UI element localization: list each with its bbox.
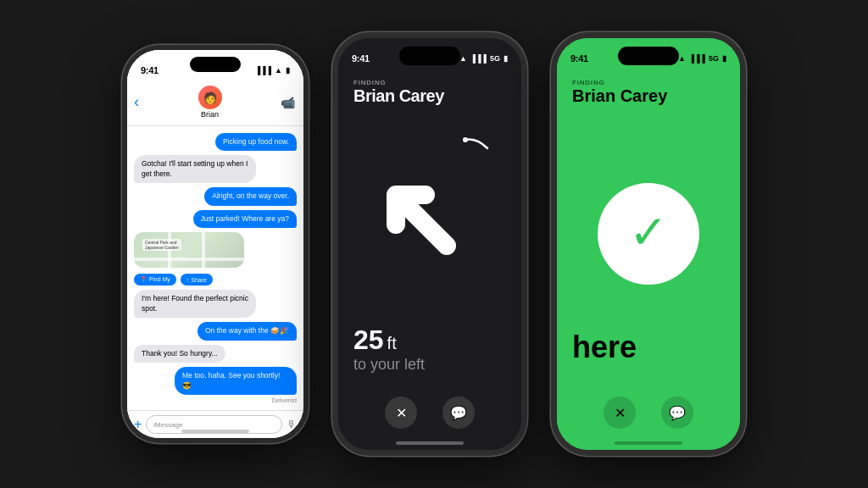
person-name-right: Brian Carey [572, 86, 667, 106]
message-icon-r: 💬 [669, 405, 686, 421]
finding-buttons-center: ✕ 💬 [338, 396, 521, 429]
message-bubble-out-5: Me too, haha. See you shortly! 😎 [175, 367, 297, 395]
message-bubble-in-3: Thank you! So hungry... [134, 345, 225, 363]
wifi-icon: ▲ [275, 66, 282, 75]
message-button-center[interactable]: 💬 [442, 396, 475, 429]
find-my-button[interactable]: 📍 Find My [134, 274, 176, 286]
battery-icon-c: ▮ [504, 54, 508, 63]
contact-name: Brian [201, 110, 219, 119]
distance-unit: ft [387, 334, 397, 353]
dynamic-island-left [190, 57, 241, 72]
precision-arc [461, 136, 492, 166]
home-indicator-right [615, 441, 682, 445]
status-icons-left: ▐▐▐ ▲ ▮ [255, 66, 290, 75]
direction-arrow [338, 131, 521, 309]
status-time-center: 9:41 [352, 53, 370, 64]
status-time-left: 9:41 [141, 65, 159, 75]
finding-screen-dark: FINDING Brian Carey 25 ft to your left [338, 38, 521, 450]
signal-icon: ▐▐▐ [255, 66, 271, 75]
phone-finding-searching: 9:41 ▲ ▐▐▐ 5G ▮ FINDING Brian Carey 2 [332, 32, 527, 456]
cancel-button-center[interactable]: ✕ [385, 396, 417, 429]
checkmark-icon: ✓ [629, 209, 668, 256]
dynamic-island-center [399, 47, 460, 65]
imessage-input-bar: + iMessage 🎙 [127, 410, 303, 438]
distance-display: 25 ft to your left [353, 324, 425, 374]
message-bubble-in-2: I'm here! Found the perfect picnic spot. [134, 290, 256, 318]
messages-list: Picking up food now. Gotcha! I'll start … [127, 126, 303, 410]
here-label: here [572, 330, 637, 365]
battery-icon-r: ▮ [722, 54, 726, 63]
svg-point-0 [463, 137, 468, 142]
video-call-icon[interactable]: 📹 [281, 96, 295, 109]
cancel-icon: ✕ [396, 405, 407, 421]
battery-icon: ▮ [286, 66, 290, 75]
message-bubble-out-1: Picking up food now. [215, 133, 297, 151]
add-attachment-icon[interactable]: + [134, 417, 142, 432]
home-indicator-center [396, 441, 464, 445]
finding-label-right: FINDING [572, 79, 605, 86]
location-icon-r: ▲ [678, 54, 686, 63]
found-check-circle: ✓ [598, 183, 699, 285]
avatar: 🧑 [198, 86, 222, 109]
map-bubble[interactable]: Central Park andJapanese Garden [134, 232, 244, 268]
status-time-right: 9:41 [570, 53, 588, 64]
dynamic-island-right [618, 47, 679, 65]
message-button-right[interactable]: 💬 [661, 396, 693, 429]
imessage-screen: ‹ 🧑 Brian 📹 Picking up food now. Gotcha!… [127, 50, 303, 438]
finding-label-center: FINDING [353, 79, 387, 86]
cancel-icon-r: ✕ [615, 405, 626, 421]
message-bubble-in-1: Gotcha! I'll start setting up when I get… [134, 155, 256, 183]
back-button[interactable]: ‹ [134, 93, 139, 111]
status-icons-center: ▲ ▐▐▐ 5G ▮ [459, 54, 508, 63]
message-bubble-out-4: On the way with the 🥪🎉 [198, 322, 297, 340]
map-action-buttons: 📍 Find My ↑ Share [134, 274, 213, 286]
finding-buttons-right: ✕ 💬 [557, 396, 740, 429]
message-bubble-out-2: Alright, on the way over. [204, 187, 297, 205]
share-button[interactable]: ↑ Share [181, 274, 213, 286]
cancel-button-right[interactable]: ✕ [604, 396, 636, 429]
distance-direction: to your left [353, 356, 425, 374]
message-placeholder: iMessage [153, 421, 182, 429]
signal-icon-r: ▐▐▐ [689, 54, 705, 63]
phone-finding-found: 9:41 ▲ ▐▐▐ 5G ▮ FINDING Brian Carey ✓ he… [551, 32, 746, 456]
home-indicator-left [181, 430, 249, 433]
wifi-icon-r: 5G [709, 54, 719, 63]
signal-icon-c: ▐▐▐ [470, 54, 487, 63]
microphone-icon[interactable]: 🎙 [287, 419, 297, 430]
finding-screen-green: FINDING Brian Carey ✓ here ✕ 💬 [557, 38, 740, 450]
contact-info[interactable]: 🧑 Brian [198, 86, 222, 119]
status-icons-right: ▲ ▐▐▐ 5G ▮ [678, 54, 726, 63]
wifi-icon-c: 5G [490, 54, 500, 63]
message-icon: 💬 [450, 405, 467, 421]
phone-imessage: 9:41 ▐▐▐ ▲ ▮ ‹ 🧑 Brian 📹 Picking up food… [122, 45, 309, 443]
location-icon: ▲ [459, 54, 467, 63]
message-bubble-out-3: Just parked! Where are ya? [193, 210, 297, 228]
person-name-center: Brian Carey [353, 86, 444, 106]
delivered-label: Delivered [271, 397, 297, 403]
distance-number: 25 [353, 324, 384, 356]
